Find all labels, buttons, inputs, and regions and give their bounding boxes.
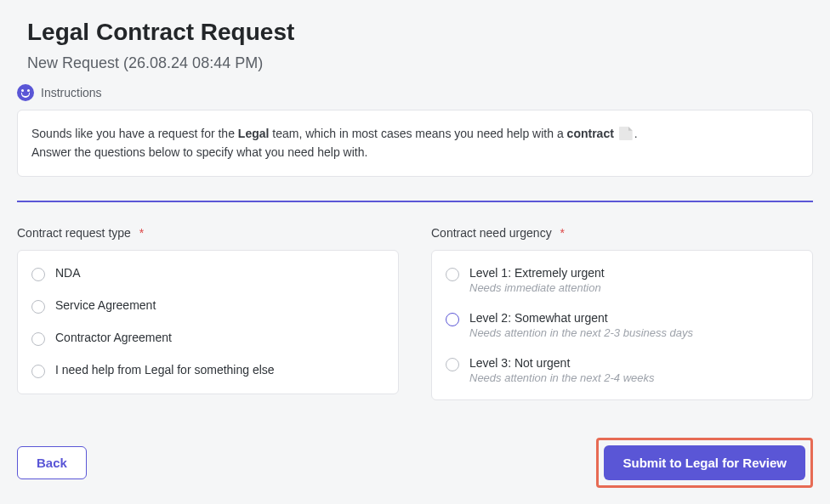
radio-icon [31,300,45,314]
form-page: Legal Contract Request New Request (26.0… [0,0,830,400]
radio-icon [446,358,459,371]
instructions-text: team, which in most cases means you need… [269,127,566,140]
instructions-text: Answer the questions below to specify wh… [31,143,799,161]
radio-option-contractor-agreement[interactable]: Contractor Agreement [21,322,395,354]
submit-button[interactable]: Submit to Legal for Review [604,445,805,480]
field-label-text: Contract need urgency [431,226,552,240]
radio-option-service-agreement[interactable]: Service Agreement [21,290,395,322]
field-label-text: Contract request type [17,226,131,240]
radio-icon [31,365,45,378]
radio-option-nda[interactable]: NDA [21,258,395,290]
smile-icon [17,84,34,101]
radio-icon [446,313,459,326]
urgency-group: Contract need urgency * Level 1: Extreme… [431,226,813,400]
instructions-card: Sounds like you have a request for the L… [17,110,813,177]
required-marker: * [139,226,144,240]
submit-highlight: Submit to Legal for Review [596,438,813,488]
instructions-text: Sounds like you have a request for the [31,127,238,140]
radio-label: Service Agreement [55,298,156,312]
radio-label: Level 3: Not urgent [469,356,655,370]
urgency-label: Contract need urgency * [431,226,813,240]
form-fields: Contract request type * NDA Service Agre… [17,226,813,400]
radio-sublabel: Needs attention in the next 2-3 business… [469,326,693,339]
contract-type-options: NDA Service Agreement Contractor Agreeme… [17,250,399,394]
urgency-options: Level 1: Extremely urgent Needs immediat… [431,250,813,400]
back-button[interactable]: Back [17,446,87,479]
form-footer: Back Submit to Legal for Review [0,438,830,488]
document-icon [619,127,633,140]
instructions-heading: Instructions [17,84,813,101]
instructions-label: Instructions [41,86,102,99]
radio-icon [446,268,459,281]
instructions-bold-legal: Legal [238,127,270,140]
radio-option-other[interactable]: I need help from Legal for something els… [21,354,395,387]
radio-option-urgency-3[interactable]: Level 3: Not urgent Needs attention in t… [435,348,809,393]
radio-label: I need help from Legal for something els… [55,363,275,377]
radio-label: Level 2: Somewhat urgent [469,311,693,325]
radio-sublabel: Needs attention in the next 2-4 weeks [469,371,655,384]
contract-type-group: Contract request type * NDA Service Agre… [17,226,399,400]
instructions-bold-contract: contract [567,127,614,140]
radio-label: NDA [55,266,81,280]
radio-label: Level 1: Extremely urgent [469,266,605,280]
page-subtitle: New Request (26.08.24 08:44 PM) [27,54,813,72]
page-title: Legal Contract Request [27,19,813,46]
radio-option-urgency-2[interactable]: Level 2: Somewhat urgent Needs attention… [435,303,809,348]
instructions-text: . [634,127,638,140]
radio-icon [31,332,45,346]
radio-icon [31,268,45,281]
required-marker: * [560,226,565,240]
radio-option-urgency-1[interactable]: Level 1: Extremely urgent Needs immediat… [435,258,809,303]
radio-sublabel: Needs immediate attention [469,281,605,294]
contract-type-label: Contract request type * [17,226,399,240]
section-divider [17,201,813,202]
radio-label: Contractor Agreement [55,331,172,344]
